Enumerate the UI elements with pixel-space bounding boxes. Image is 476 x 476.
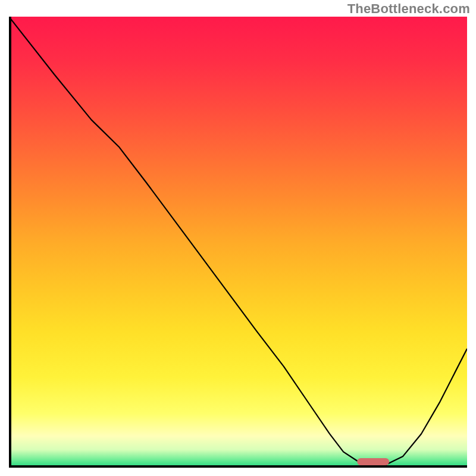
gradient-background bbox=[9, 17, 467, 468]
chart-svg bbox=[9, 17, 467, 468]
chart-plot bbox=[9, 17, 467, 468]
optimal-range-marker bbox=[357, 458, 389, 465]
chart-container: TheBottleneck.com bbox=[0, 0, 476, 476]
watermark-text: TheBottleneck.com bbox=[347, 1, 470, 17]
